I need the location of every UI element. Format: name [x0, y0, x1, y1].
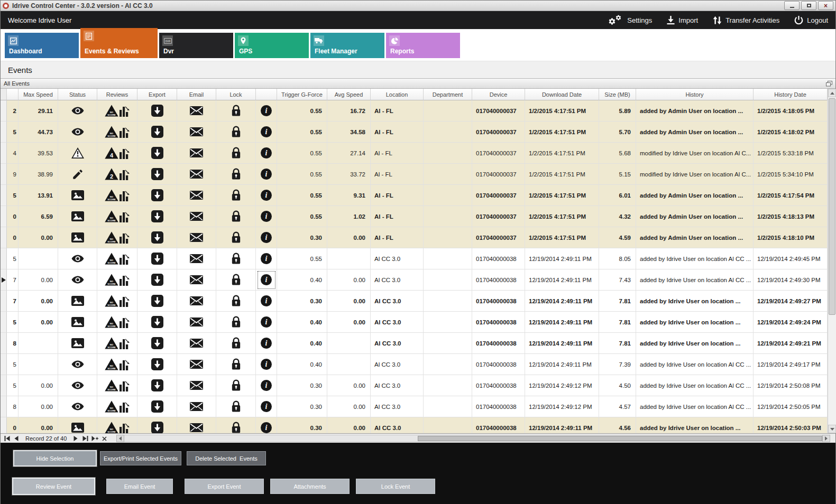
info-cell[interactable]: i [256, 248, 277, 269]
export-cell[interactable] [137, 354, 177, 375]
table-row[interactable]: 229.11NOSCOREi0.5516.72Al - FL0170400000… [1, 100, 828, 122]
column-header-lock[interactable]: Lock [216, 89, 256, 100]
nav-last-button[interactable] [80, 435, 90, 442]
reviews-cell[interactable]: NOSCORE [97, 122, 137, 143]
reviews-cell[interactable]: NOSCORE [97, 312, 137, 333]
status-cell[interactable] [58, 122, 97, 143]
export-cell[interactable] [137, 100, 177, 122]
info-cell[interactable]: i [256, 269, 277, 291]
vertical-scrollbar-thumb[interactable] [829, 98, 835, 315]
lock-cell[interactable] [216, 122, 256, 143]
column-header-size-mb[interactable]: Size (MB) [599, 89, 636, 100]
reviews-cell[interactable]: NOSCORE [97, 375, 137, 396]
column-header-reviews[interactable]: Reviews [97, 89, 137, 100]
status-cell[interactable] [58, 206, 97, 227]
export-cell[interactable] [137, 248, 177, 269]
table-row[interactable]: 938.992i0.5533.72Al - FL0170400000371/2/… [1, 164, 828, 185]
export-cell[interactable] [137, 291, 177, 312]
info-cell[interactable]: i [256, 206, 277, 227]
table-row[interactable]: 439.534i0.5527.14Al - FL0170400000371/2/… [1, 143, 828, 164]
email-event-button[interactable]: Email Event [106, 479, 173, 494]
email-cell[interactable] [177, 206, 216, 227]
lock-cell[interactable] [216, 143, 256, 164]
table-row[interactable]: 00.00NOSCOREi0.300.00Al CC 3.00170400000… [1, 417, 828, 433]
export-cell[interactable] [137, 375, 177, 396]
email-cell[interactable] [177, 375, 216, 396]
lock-cell[interactable] [216, 227, 256, 248]
horizontal-scrollbar-thumb[interactable] [418, 436, 822, 441]
export-cell[interactable] [137, 417, 177, 433]
email-cell[interactable] [177, 396, 216, 417]
scroll-left-arrow-icon[interactable] [116, 435, 124, 442]
column-header-department[interactable]: Department [424, 89, 472, 100]
lock-cell[interactable] [216, 354, 256, 375]
reviews-cell[interactable]: NOSCORE [97, 333, 137, 354]
reviews-cell[interactable]: 2 [97, 164, 137, 185]
table-row[interactable]: 50.00NOSCOREi0.300.00Al CC 3.00170400000… [1, 375, 828, 396]
table-row[interactable]: 513.91NOSCOREi0.559.31Al - FL01704000003… [1, 185, 828, 206]
info-cell[interactable]: i [256, 312, 277, 333]
export-cell[interactable] [137, 333, 177, 354]
status-cell[interactable] [58, 143, 97, 164]
import-button[interactable]: Import [667, 16, 698, 25]
column-header-id[interactable] [7, 89, 19, 100]
email-cell[interactable] [177, 333, 216, 354]
export-cell[interactable] [137, 312, 177, 333]
delete-selected-events-button[interactable]: Delete Selected Events [187, 451, 266, 465]
restore-panel-icon[interactable] [826, 81, 832, 87]
email-cell[interactable] [177, 185, 216, 206]
export-event-button[interactable]: Export Event [185, 479, 264, 494]
lock-cell[interactable] [216, 333, 256, 354]
maximize-button[interactable] [801, 1, 816, 10]
lock-cell[interactable] [216, 269, 256, 291]
lock-cell[interactable] [216, 185, 256, 206]
info-cell[interactable]: i [256, 227, 277, 248]
tab-gps[interactable]: GPS [235, 33, 309, 58]
reviews-cell[interactable]: NOSCORE [97, 100, 137, 122]
reviews-cell[interactable]: 4 [97, 143, 137, 164]
review-event-button[interactable]: Review Event [12, 478, 95, 495]
lock-cell[interactable] [216, 100, 256, 122]
tab-reports[interactable]: Reports [386, 33, 460, 58]
export-cell[interactable] [137, 227, 177, 248]
table-row[interactable]: 70.00NOSCOREi0.300.00Al CC 3.00170400000… [1, 291, 828, 312]
column-header-status[interactable]: Status [58, 89, 97, 100]
hide-selection-button[interactable]: Hide Selection [13, 450, 97, 466]
scroll-down-arrow-icon[interactable] [828, 425, 836, 433]
email-cell[interactable] [177, 417, 216, 433]
info-cell[interactable]: i [256, 396, 277, 417]
email-cell[interactable] [177, 122, 216, 143]
export-cell[interactable] [137, 396, 177, 417]
lock-cell[interactable] [216, 375, 256, 396]
column-header-max-speed[interactable]: Max Speed [19, 89, 58, 100]
table-row[interactable]: 544.73NOSCOREi0.5534.58Al - FL0170400000… [1, 122, 828, 143]
export-cell[interactable] [137, 143, 177, 164]
column-header-history-date[interactable]: History Date [754, 89, 828, 100]
column-header-export[interactable]: Export [137, 89, 177, 100]
export-cell[interactable] [137, 164, 177, 185]
close-button[interactable]: × [818, 1, 833, 10]
scroll-up-arrow-icon[interactable] [828, 89, 836, 97]
export-print-selected-events-button[interactable]: Export/Print Selected Events [100, 451, 181, 465]
tab-dashboard[interactable]: Dashboard [5, 33, 79, 58]
nav-prev-button[interactable] [12, 435, 21, 442]
tab-events-reviews[interactable]: Events & Reviews [80, 28, 158, 58]
reviews-cell[interactable]: NOSCORE [97, 248, 137, 269]
email-cell[interactable] [177, 164, 216, 185]
info-cell[interactable]: i [256, 291, 277, 312]
table-row[interactable]: 8NOSCOREi0.40Al CC 3.001704000003812/19/… [1, 333, 828, 354]
status-cell[interactable] [58, 375, 97, 396]
export-cell[interactable] [137, 206, 177, 227]
table-row[interactable]: 00.00NOSCOREi0.300.00Al - FL017040000037… [1, 227, 828, 248]
lock-cell[interactable] [216, 396, 256, 417]
export-cell[interactable] [137, 185, 177, 206]
nav-next-button[interactable] [71, 435, 80, 442]
email-cell[interactable] [177, 269, 216, 291]
vertical-scrollbar-track[interactable] [828, 97, 836, 425]
tab-fleet-manager[interactable]: Fleet Manager [310, 33, 384, 58]
reviews-cell[interactable]: NOSCORE [97, 291, 137, 312]
email-cell[interactable] [177, 354, 216, 375]
settings-button[interactable]: Settings [608, 14, 652, 26]
table-row[interactable]: 50.00NOSCOREi0.400.00Al CC 3.00170400000… [1, 312, 828, 333]
nav-append-button[interactable] [90, 435, 99, 442]
